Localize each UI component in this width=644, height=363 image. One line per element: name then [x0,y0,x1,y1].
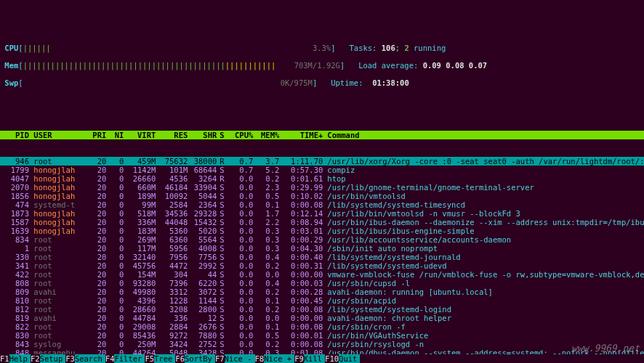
process-table-header[interactable]: PID USERPRINIVIRTRESSHRSCPU%MEM%TIME+Com… [0,131,644,139]
process-row[interactable]: 809 avahi2004998033123072S0.00.20:00.28a… [0,287,644,296]
process-row[interactable]: 946 root200459M7563238000R0.73.71:11.70/… [0,157,644,166]
process-row[interactable]: 2070 honogjlah200660M4618433904S0.02.30:… [0,183,644,192]
process-row[interactable]: 1587 honogjlah200336M4404815432S0.02.20:… [0,218,644,227]
process-row[interactable]: 812 root2002866032082800S0.00.20:00.08/l… [0,305,644,314]
fnkey[interactable]: F8 [255,354,265,363]
process-row[interactable]: 4047 honogjlah2002666045363264R0.00.20:0… [0,174,644,183]
fnkey[interactable]: F10 [325,354,339,363]
fnkey[interactable]: F4 [105,354,115,363]
process-row[interactable]: 834 root200269M63605564S0.00.30:00.29/us… [0,235,644,244]
process-row[interactable]: 1639 honogjlah200183M53605020S0.00.30:03… [0,227,644,235]
process-row[interactable]: 1873 honogjlah200518M3453629328S0.01.70:… [0,209,644,218]
process-row[interactable]: 830 root2008543692727880S0.00.50:00.01/u… [0,331,644,340]
process-row[interactable]: 808 root2009328073966220S0.00.40:00.03/u… [0,279,644,287]
fnkey[interactable]: F3 [65,354,75,363]
process-row[interactable]: 422 root200154M30444S0.00.00:00.00vmware… [0,270,644,279]
fnkey[interactable]: F5 [145,354,154,363]
process-row[interactable]: 822 root2002900828842676S0.00.10:00.08/u… [0,322,644,331]
function-key-bar[interactable]: F1HelpF2SetupF3SearchF4FilterF5TreeF6Sor… [0,354,644,363]
fnkey[interactable]: F1 [0,354,9,363]
fnkey[interactable]: F9 [294,354,304,363]
process-row[interactable]: 474 systemd-t20099M25842364S0.00.10:00.0… [0,200,644,209]
fnkey[interactable]: F7 [215,354,225,363]
swp-meter: Swp[ 0K/975M] Uptime: 01:38:00 [0,78,644,87]
process-row[interactable]: 1856 honogjlah200189M100925044S0.00.50:1… [0,192,644,200]
fnkey[interactable]: F2 [31,354,40,363]
watermark: www.9969.net [571,344,640,353]
process-row[interactable]: 330 root2003214079567756S0.00.40:00.40/l… [0,253,644,261]
fnkey[interactable]: F6 [175,354,185,363]
process-table-body[interactable]: 946 root200459M7563238000R0.73.71:11.70/… [0,157,644,363]
process-row[interactable]: 1 root200117M59564008S0.00.30:04.30/sbin… [0,244,644,253]
process-row[interactable]: 819 avahi2004478433612S0.00.00:00.00avah… [0,314,644,322]
process-row[interactable]: 341 root2004575644722992S0.00.20:00.31/l… [0,261,644,270]
mem-meter: Mem[||||||||||||||||||||||||||||||||||||… [0,61,644,70]
process-row[interactable]: 1799 honogjlah2001142M101M68644S0.75.20:… [0,166,644,174]
process-row[interactable]: 843 syslog200250M34242752S0.00.20:00.08/… [0,340,644,348]
process-row[interactable]: 810 root200439612281144S0.00.10:00.45/us… [0,296,644,305]
cpu-meter: CPU[|||||| 3.3%] Tasks: 106; 2 running [0,44,644,52]
